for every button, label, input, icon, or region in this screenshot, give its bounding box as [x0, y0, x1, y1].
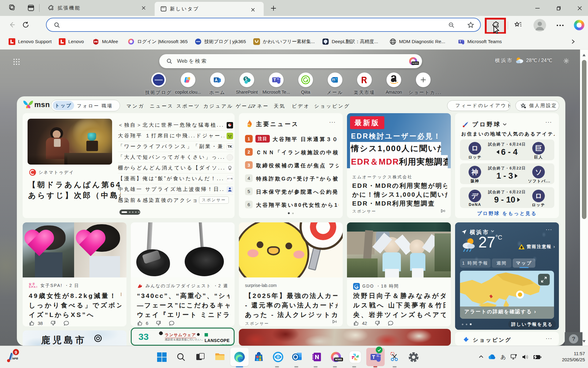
svg-text:NPB: NPB [12, 357, 18, 360]
